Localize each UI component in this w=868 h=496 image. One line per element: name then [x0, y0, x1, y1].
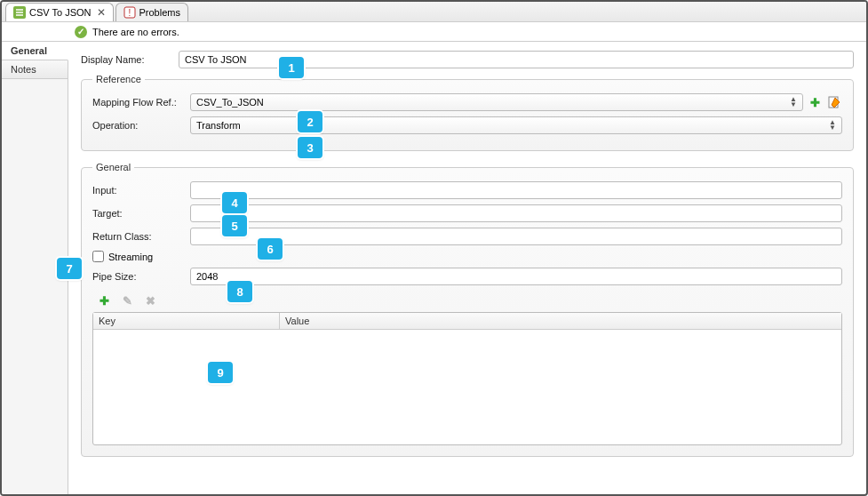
target-field[interactable]: [190, 204, 842, 222]
add-icon[interactable]: ✚: [96, 292, 112, 308]
tab-bar: CSV To JSON ✕ ! Problems: [2, 2, 866, 22]
mapping-select[interactable]: CSV_To_JSON ▲▼: [190, 93, 803, 111]
tab-problems[interactable]: ! Problems: [115, 3, 188, 21]
kv-header: Key Value: [93, 313, 841, 330]
operation-value: Transform: [196, 120, 241, 131]
pipe-size-label: Pipe Size:: [92, 271, 190, 282]
target-label: Target:: [92, 208, 190, 219]
kv-toolbar: ✚ ✎ ✖: [92, 292, 842, 308]
input-label: Input:: [92, 185, 190, 196]
edit-icon: ✎: [119, 292, 135, 308]
display-name-label: Display Name:: [81, 54, 179, 65]
add-icon[interactable]: ✚: [807, 94, 823, 110]
reference-legend: Reference: [92, 74, 145, 84]
mapping-label: Mapping Flow Ref.:: [92, 97, 190, 108]
ok-icon: ✓: [75, 26, 87, 38]
operation-label: Operation:: [92, 120, 190, 131]
callout-2: 2: [298, 111, 323, 132]
streaming-label: Streaming: [108, 252, 153, 262]
status-bar: ✓ There are no errors.: [2, 22, 866, 42]
general-group: General Input: Target: Return Class: Str…: [81, 162, 854, 457]
callout-7: 7: [57, 258, 82, 279]
mapper-icon: [13, 6, 26, 19]
return-class-field[interactable]: [190, 228, 842, 245]
pipe-size-field[interactable]: [190, 268, 842, 285]
mapping-value: CSV_To_JSON: [196, 97, 264, 108]
callout-9: 9: [208, 362, 233, 383]
input-field[interactable]: [190, 181, 842, 199]
tab-label: CSV To JSON: [29, 7, 92, 18]
callout-8: 8: [227, 281, 252, 302]
callout-3: 3: [298, 137, 323, 158]
tab-csv-to-json[interactable]: CSV To JSON ✕: [5, 3, 114, 21]
callout-1: 1: [279, 57, 304, 78]
callout-6: 6: [258, 238, 283, 260]
streaming-checkbox[interactable]: [92, 251, 104, 262]
kv-table[interactable]: Key Value: [92, 312, 842, 445]
general-legend: General: [92, 162, 134, 172]
delete-icon: ✖: [142, 292, 158, 308]
problems-icon: !: [123, 6, 136, 19]
tab-label: Problems: [139, 7, 180, 18]
return-class-label: Return Class:: [92, 231, 190, 242]
svg-text:!: !: [128, 8, 131, 18]
side-tab-general[interactable]: General: [2, 42, 68, 60]
callout-5: 5: [222, 215, 247, 236]
reference-group: Reference Mapping Flow Ref.: CSV_To_JSON…: [81, 74, 854, 151]
operation-select[interactable]: Transform ▲▼: [190, 116, 842, 134]
side-tab-notes[interactable]: Notes: [2, 60, 68, 79]
select-arrows-icon: ▲▼: [829, 120, 836, 131]
callout-4: 4: [222, 192, 247, 213]
close-icon[interactable]: ✕: [97, 6, 106, 19]
content-panel: Display Name: Reference Mapping Flow Ref…: [68, 42, 866, 494]
edit-icon[interactable]: [826, 94, 842, 110]
kv-key-header[interactable]: Key: [93, 313, 280, 329]
select-arrows-icon: ▲▼: [790, 97, 797, 108]
status-message: There are no errors.: [92, 27, 179, 37]
kv-value-header[interactable]: Value: [280, 313, 841, 329]
